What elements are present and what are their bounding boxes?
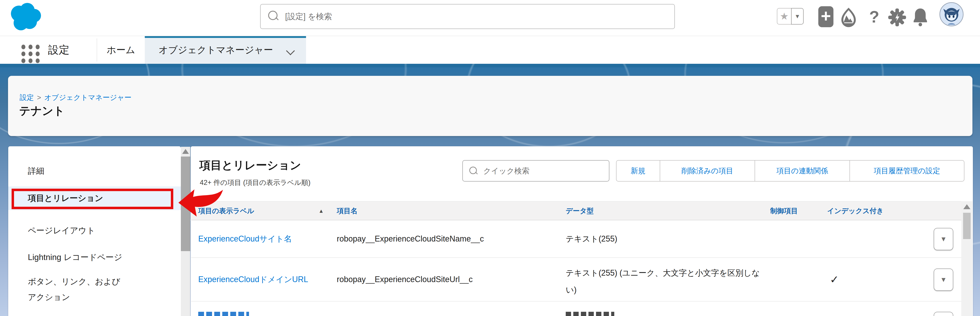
help-icon[interactable]: ? <box>867 7 881 27</box>
item-count-label: 42+ 件の項目 (項目の表示ラベル順) <box>200 178 310 187</box>
quick-create-button[interactable]: + <box>818 6 834 27</box>
global-header: ★ ▼ + ? <box>0 0 980 36</box>
column-data-type[interactable]: データ型 <box>566 202 593 220</box>
favorites-star-button[interactable]: ★ <box>777 8 792 24</box>
dropdown-arrow-icon: ▼ <box>940 276 947 283</box>
favorites-caret-button[interactable]: ▼ <box>791 8 803 24</box>
table-scrollbar-thumb[interactable] <box>963 213 970 239</box>
page-title: テナント <box>19 104 65 118</box>
breadcrumb: 設定>オブジェクトマネージャー <box>20 93 131 102</box>
sidebar-item-buttons-links-actions[interactable]: ボタン、リンク、およびアクション <box>8 274 124 305</box>
field-data-type: テキスト(255) <box>566 220 617 257</box>
tab-object-manager-label: オブジェクトマネージャー <box>159 38 273 64</box>
breadcrumb-object-manager-link[interactable]: オブジェクトマネージャー <box>45 93 132 102</box>
scroll-up-arrow-icon[interactable] <box>182 149 189 154</box>
deleted-fields-button[interactable]: 削除済みの項目 <box>660 160 755 182</box>
field-label-link[interactable]: ExperienceCloudサイト名 <box>198 220 292 257</box>
clipped-row-text-fragment <box>566 312 614 316</box>
salesforce-logo-icon[interactable] <box>9 1 42 33</box>
field-history-tracking-button[interactable]: 項目履歴管理の設定 <box>850 160 964 182</box>
notifications-bell-icon[interactable] <box>912 7 928 27</box>
scroll-up-arrow-icon[interactable] <box>963 204 970 209</box>
row-actions-dropdown-button[interactable] <box>934 312 953 316</box>
app-name-label: 設定 <box>48 36 70 64</box>
annotation-arrow-icon <box>178 188 224 217</box>
sidebar-item-lightning-record-pages[interactable]: Lightning レコードページ <box>8 251 181 264</box>
sort-asc-icon[interactable]: ▲ <box>318 202 324 220</box>
breadcrumb-setup-link[interactable]: 設定 <box>20 93 34 102</box>
sidebar-item-details[interactable]: 詳細 <box>8 164 181 177</box>
row-actions-dropdown-button[interactable]: ▼ <box>934 268 953 291</box>
trailhead-icon[interactable] <box>840 7 857 28</box>
field-dependencies-button[interactable]: 項目の連動関係 <box>755 160 850 182</box>
object-sidebar: 詳細 項目とリレーション ページレイアウト Lightning レコードページ … <box>8 146 181 316</box>
quick-search-icon <box>469 167 479 176</box>
tab-home[interactable]: ホーム <box>97 36 145 64</box>
annotation-highlight-box <box>11 189 173 209</box>
dropdown-arrow-icon: ▼ <box>940 235 947 243</box>
global-search-input[interactable] <box>285 5 664 29</box>
indexed-check-icon: ✓ <box>830 258 839 301</box>
sidebar-item-page-layouts[interactable]: ページレイアウト <box>8 224 181 237</box>
global-search <box>260 4 675 29</box>
fields-relationships-panel: 項目とリレーション 42+ 件の項目 (項目の表示ラベル順) 新規 削除済みの項… <box>191 146 973 316</box>
field-api-name: robopay__ExperienceCloudSiteName__c <box>337 220 484 257</box>
row-actions-dropdown-button[interactable]: ▼ <box>934 228 953 250</box>
table-header-row: 項目の表示ラベル ▲ 項目名 データ型 制御項目 インデックス付き <box>191 201 961 220</box>
sidebar-scrollbar[interactable] <box>181 147 190 316</box>
breadcrumb-separator: > <box>37 93 41 102</box>
table-row: ExperienceCloudドメインURL robopay__Experien… <box>191 258 961 302</box>
column-indexed[interactable]: インデックス付き <box>827 202 883 220</box>
search-icon <box>268 11 280 22</box>
user-avatar[interactable] <box>939 2 964 26</box>
column-field-name[interactable]: 項目名 <box>337 202 358 220</box>
field-api-name: robopay__ExperienceCloudSiteUrl__c <box>337 258 473 301</box>
field-label-link[interactable]: ExperienceCloudドメインURL <box>198 258 308 301</box>
panel-title: 項目とリレーション <box>199 158 301 173</box>
field-data-type: テキスト(255) (ユニーク、大文字と小文字を区別しない) <box>566 265 766 298</box>
column-controlling-field[interactable]: 制御項目 <box>770 202 798 220</box>
breadcrumb-card: 設定>オブジェクトマネージャー テナント <box>8 76 972 136</box>
new-field-button[interactable]: 新規 <box>616 160 660 182</box>
chevron-down-icon[interactable] <box>286 46 295 55</box>
app-launcher-icon[interactable] <box>21 45 41 63</box>
clipped-row-text-fragment <box>198 312 249 316</box>
tab-object-manager[interactable]: オブジェクトマネージャー <box>145 36 306 64</box>
setup-gear-icon[interactable] <box>888 8 907 27</box>
quick-find-input[interactable] <box>483 161 604 181</box>
salesforce-setup-page: ★ ▼ + ? <box>0 0 980 316</box>
table-scrollbar[interactable] <box>961 201 972 316</box>
table-row-partial <box>191 302 961 316</box>
quick-find-box <box>462 160 609 182</box>
table-row: ExperienceCloudサイト名 robopay__ExperienceC… <box>191 220 961 258</box>
